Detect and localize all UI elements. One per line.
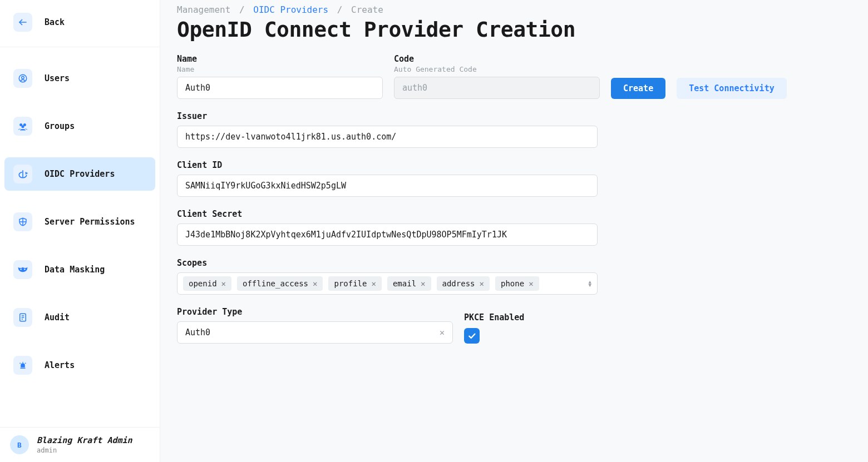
scope-tag: phone✕	[495, 276, 539, 291]
back-button[interactable]: Back	[4, 6, 155, 39]
name-input[interactable]	[177, 77, 383, 99]
scope-tag-label: address	[442, 279, 475, 288]
page-title: OpenID Connect Provider Creation	[177, 17, 851, 42]
scope-tag: profile✕	[328, 276, 381, 291]
sidebar-item-label: Server Permissions	[45, 217, 135, 227]
breadcrumb-oidc-providers[interactable]: OIDC Providers	[253, 4, 328, 15]
remove-tag-icon[interactable]: ✕	[480, 279, 484, 288]
user-role: admin	[37, 446, 132, 454]
sidebar-item-users[interactable]: Users	[4, 62, 155, 95]
scope-tag-label: openid	[189, 279, 217, 288]
remove-tag-icon[interactable]: ✕	[421, 279, 425, 288]
sidebar: Back Users Groups OIDC Providers	[0, 0, 160, 462]
sidebar-item-data-masking[interactable]: Data Masking	[4, 253, 155, 286]
svg-point-9	[24, 269, 26, 270]
sidebar-item-label: OIDC Providers	[45, 169, 115, 179]
nav-divider	[0, 47, 160, 47]
code-label: Code	[394, 54, 600, 64]
scope-tag-label: offline_access	[243, 279, 308, 288]
sidebar-item-audit[interactable]: Audit	[4, 301, 155, 334]
scopes-label: Scopes	[177, 258, 598, 268]
scope-tag: openid✕	[183, 276, 231, 291]
sidebar-item-oidc-providers[interactable]: OIDC Providers	[4, 157, 155, 191]
scope-tag: address✕	[437, 276, 490, 291]
sidebar-item-groups[interactable]: Groups	[4, 110, 155, 143]
svg-point-2	[22, 76, 24, 79]
remove-tag-icon[interactable]: ✕	[371, 279, 376, 288]
sidebar-item-label: Users	[45, 73, 70, 83]
alert-icon	[13, 356, 32, 375]
scopes-input[interactable]: openid✕offline_access✕profile✕email✕addr…	[177, 272, 598, 295]
remove-tag-icon[interactable]: ✕	[313, 279, 317, 288]
back-arrow-icon	[13, 13, 32, 32]
sidebar-item-server-permissions[interactable]: Server Permissions	[4, 205, 155, 239]
pkce-checkbox[interactable]	[464, 328, 480, 344]
sidebar-item-label: Audit	[45, 312, 70, 322]
mask-icon	[13, 260, 32, 279]
scope-tag-label: profile	[334, 279, 367, 288]
provider-type-value: Auth0	[185, 327, 210, 337]
clear-icon[interactable]: ✕	[440, 327, 445, 337]
sidebar-item-label: Alerts	[45, 360, 75, 370]
create-button[interactable]: Create	[611, 78, 665, 99]
svg-point-5	[22, 125, 24, 128]
pkce-label: PKCE Enabled	[464, 312, 524, 322]
svg-point-8	[20, 269, 22, 270]
client-secret-label: Client Secret	[177, 209, 598, 219]
code-input	[394, 77, 600, 99]
back-label: Back	[45, 17, 65, 27]
sidebar-item-label: Data Masking	[45, 265, 105, 275]
scope-tag: email✕	[387, 276, 431, 291]
user-footer[interactable]: B Blazing Kraft Admin admin	[0, 427, 160, 462]
code-sublabel: Auto Generated Code	[394, 65, 600, 73]
issuer-input[interactable]	[177, 126, 598, 148]
issuer-label: Issuer	[177, 111, 598, 121]
avatar: B	[10, 435, 29, 454]
client-id-input[interactable]	[177, 175, 598, 197]
breadcrumb-create: Create	[351, 4, 383, 15]
group-icon	[13, 117, 32, 136]
client-secret-input[interactable]	[177, 223, 598, 246]
name-sublabel: Name	[177, 65, 383, 73]
breadcrumb: Management / OIDC Providers / Create	[177, 4, 851, 15]
breadcrumb-management[interactable]: Management	[177, 4, 230, 15]
test-connectivity-button[interactable]: Test Connectivity	[677, 78, 787, 99]
client-id-label: Client ID	[177, 160, 598, 170]
audit-icon	[13, 308, 32, 327]
shield-icon	[13, 212, 32, 231]
user-name: Blazing Kraft Admin	[37, 435, 132, 445]
provider-type-select[interactable]: Auth0 ✕	[177, 321, 453, 344]
oidc-icon	[13, 165, 32, 183]
sidebar-item-alerts[interactable]: Alerts	[4, 349, 155, 382]
name-label: Name	[177, 54, 383, 64]
user-icon	[13, 69, 32, 88]
remove-tag-icon[interactable]: ✕	[529, 279, 533, 288]
sidebar-item-label: Groups	[45, 121, 75, 131]
remove-tag-icon[interactable]: ✕	[221, 279, 226, 288]
provider-type-label: Provider Type	[177, 307, 453, 317]
main-content: Management / OIDC Providers / Create Ope…	[160, 0, 868, 462]
scope-tag-label: email	[393, 279, 416, 288]
chevron-updown-icon[interactable]: ▲▼	[589, 280, 591, 287]
scope-tag-label: phone	[501, 279, 524, 288]
scope-tag: offline_access✕	[237, 276, 323, 291]
